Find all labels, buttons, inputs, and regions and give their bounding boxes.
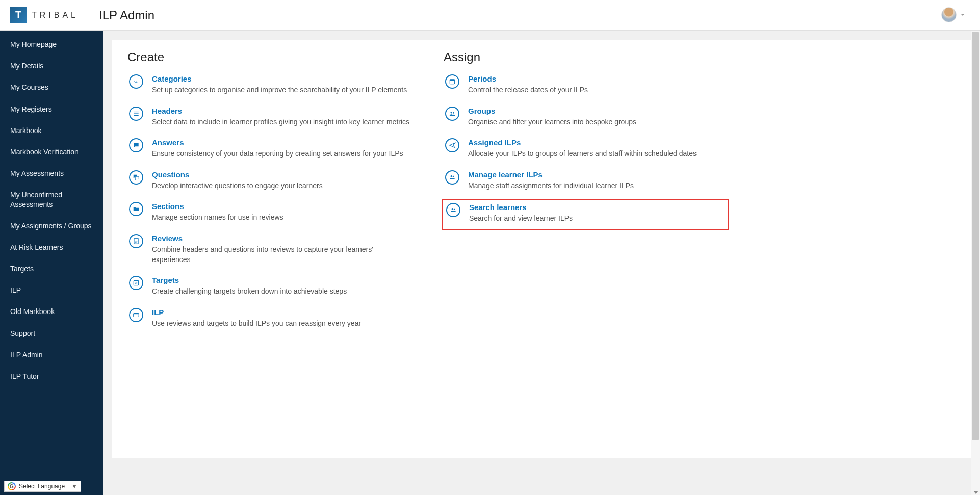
sidebar-item-ilp[interactable]: ILP bbox=[0, 279, 103, 301]
sidebar-item-my-registers[interactable]: My Registers bbox=[0, 98, 103, 120]
body: My Homepage My Details My Courses My Reg… bbox=[0, 31, 980, 495]
card-icon bbox=[129, 308, 143, 322]
language-selector[interactable]: Select Language ▼ bbox=[4, 481, 81, 492]
assign-timeline: Periods Control the release dates of you… bbox=[444, 74, 729, 230]
logo[interactable]: T TRIBAL bbox=[10, 7, 79, 23]
item-desc: Create challenging targets broken down i… bbox=[152, 286, 413, 297]
create-item-reviews[interactable]: Reviews Combine headers and questions in… bbox=[136, 234, 413, 265]
item-title: Reviews bbox=[152, 234, 413, 243]
qa-icon bbox=[129, 170, 143, 185]
svg-rect-10 bbox=[134, 315, 139, 315]
people-icon bbox=[446, 203, 460, 217]
item-title: Search learners bbox=[469, 203, 723, 212]
item-desc: Manage section names for use in reviews bbox=[152, 213, 413, 223]
user-menu[interactable] bbox=[941, 7, 965, 22]
highlight-box: Search learners Search for and view lear… bbox=[442, 199, 729, 230]
sidebar-item-my-courses[interactable]: My Courses bbox=[0, 76, 103, 98]
create-item-questions[interactable]: Questions Develop interactive questions … bbox=[136, 170, 413, 191]
create-timeline: AZ Categories Set up categories to organ… bbox=[127, 74, 413, 328]
avatar-icon bbox=[941, 7, 957, 22]
create-column: Create AZ Categories Set up categories t… bbox=[127, 50, 413, 437]
assign-item-manage-learner-ilps[interactable]: Manage learner ILPs Manage staff assignm… bbox=[452, 170, 729, 191]
assign-item-assigned-ilps[interactable]: Assigned ILPs Allocate your ILPs to grou… bbox=[452, 138, 729, 159]
svg-point-15 bbox=[451, 175, 453, 177]
sidebar-item-my-unconfirmed-assessments[interactable]: My Unconfirmed Assessments bbox=[0, 184, 103, 215]
list-icon bbox=[129, 107, 143, 121]
item-desc: Ensure consistency of your data reportin… bbox=[152, 149, 413, 159]
sidebar-item-support[interactable]: Support bbox=[0, 323, 103, 344]
item-title: ILP bbox=[152, 308, 413, 317]
doc-icon bbox=[129, 234, 143, 248]
chat-icon bbox=[129, 138, 143, 152]
svg-point-13 bbox=[451, 112, 453, 114]
svg-rect-5 bbox=[135, 240, 138, 240]
chevron-down-icon: ▼ bbox=[68, 483, 78, 490]
google-translate-icon bbox=[8, 482, 16, 490]
item-desc: Combine headers and questions into revie… bbox=[152, 245, 413, 265]
content-card: Create AZ Categories Set up categories t… bbox=[112, 40, 971, 458]
page-title: ILP Admin bbox=[99, 8, 154, 22]
item-desc: Organise and filter your learners into b… bbox=[468, 117, 729, 127]
sidebar-item-ilp-tutor[interactable]: ILP Tutor bbox=[0, 366, 103, 387]
item-title: Targets bbox=[152, 276, 413, 284]
chevron-down-icon[interactable] bbox=[973, 491, 978, 494]
item-title: Periods bbox=[468, 74, 729, 83]
svg-text:AZ: AZ bbox=[134, 80, 138, 83]
create-item-answers[interactable]: Answers Ensure consistency of your data … bbox=[136, 138, 413, 159]
sidebar-item-markbook[interactable]: Markbook bbox=[0, 120, 103, 141]
svg-rect-6 bbox=[135, 241, 138, 241]
svg-point-18 bbox=[454, 209, 455, 210]
svg-rect-1 bbox=[134, 112, 138, 112]
item-title: Sections bbox=[152, 202, 413, 211]
create-item-ilp[interactable]: ILP Use reviews and targets to build ILP… bbox=[136, 308, 413, 329]
sidebar-item-my-details[interactable]: My Details bbox=[0, 55, 103, 76]
sidebar-item-my-homepage[interactable]: My Homepage bbox=[0, 34, 103, 55]
svg-point-17 bbox=[452, 208, 454, 210]
az-icon: AZ bbox=[129, 74, 143, 89]
sidebar-item-my-assignments-groups[interactable]: My Assignments / Groups bbox=[0, 215, 103, 237]
language-label: Select Language bbox=[19, 483, 65, 490]
scrollbar-thumb[interactable] bbox=[972, 32, 979, 440]
people-icon bbox=[445, 170, 459, 185]
sidebar-item-at-risk-learners[interactable]: At Risk Learners bbox=[0, 237, 103, 258]
send-icon bbox=[445, 138, 459, 152]
scrollbar[interactable] bbox=[971, 31, 980, 495]
svg-rect-2 bbox=[134, 113, 138, 114]
sidebar-item-ilp-admin[interactable]: ILP Admin bbox=[0, 344, 103, 366]
sidebar-item-markbook-verification[interactable]: Markbook Verification bbox=[0, 141, 103, 163]
item-desc: Select data to include in learner profil… bbox=[152, 117, 413, 127]
item-desc: Set up categories to organise and improv… bbox=[152, 85, 413, 95]
item-desc: Allocate your ILPs to groups of learners… bbox=[468, 149, 729, 159]
assign-item-search-learners[interactable]: Search learners Search for and view lear… bbox=[446, 203, 723, 224]
create-title: Create bbox=[127, 50, 413, 64]
create-item-targets[interactable]: Targets Create challenging targets broke… bbox=[136, 276, 413, 297]
create-item-categories[interactable]: AZ Categories Set up categories to organ… bbox=[136, 74, 413, 95]
assign-item-groups[interactable]: Groups Organise and filter your learners… bbox=[452, 107, 729, 127]
item-desc: Control the release dates of your ILPs bbox=[468, 85, 729, 95]
assign-item-periods[interactable]: Periods Control the release dates of you… bbox=[452, 74, 729, 95]
folder-icon bbox=[129, 202, 143, 216]
chevron-down-icon bbox=[961, 14, 965, 16]
svg-point-14 bbox=[453, 112, 454, 113]
assign-column: Assign Periods Control the release dates… bbox=[444, 50, 729, 437]
create-item-headers[interactable]: Headers Select data to include in learne… bbox=[136, 107, 413, 127]
svg-rect-12 bbox=[450, 80, 454, 81]
topbar: T TRIBAL ILP Admin bbox=[0, 0, 980, 31]
item-desc: Search for and view learner ILPs bbox=[469, 214, 723, 224]
svg-rect-8 bbox=[134, 280, 138, 285]
item-title: Categories bbox=[152, 74, 413, 83]
create-item-sections[interactable]: Sections Manage section names for use in… bbox=[136, 202, 413, 223]
logo-text: TRIBAL bbox=[32, 11, 79, 20]
svg-rect-3 bbox=[134, 115, 138, 116]
item-desc: Manage staff assignments for individual … bbox=[468, 181, 729, 191]
people-icon bbox=[445, 107, 459, 121]
sidebar-item-my-assessments[interactable]: My Assessments bbox=[0, 163, 103, 184]
item-desc: Use reviews and targets to build ILPs yo… bbox=[152, 319, 413, 329]
item-title: Groups bbox=[468, 107, 729, 115]
sidebar-item-old-markbook[interactable]: Old Markbook bbox=[0, 301, 103, 322]
svg-point-16 bbox=[453, 176, 454, 177]
svg-rect-7 bbox=[135, 242, 137, 243]
calendar-icon bbox=[445, 74, 459, 89]
item-desc: Develop interactive questions to engage … bbox=[152, 181, 413, 191]
sidebar-item-targets[interactable]: Targets bbox=[0, 258, 103, 279]
